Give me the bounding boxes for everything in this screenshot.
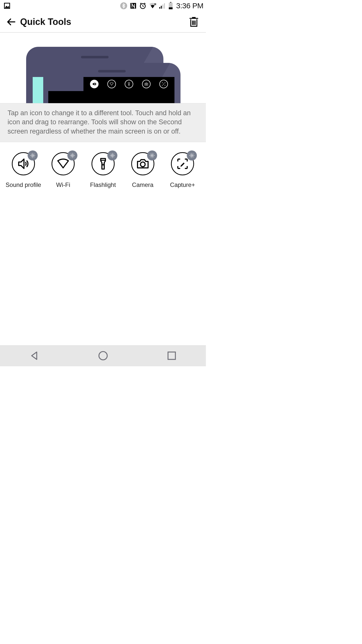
preview-capture-plus-icon [159,80,168,88]
gear-icon [30,153,35,158]
bluetooth-icon [120,2,127,10]
nav-back-button[interactable] [19,348,50,363]
tool-wifi[interactable]: Wi-Fi [44,152,82,188]
svg-point-12 [146,84,147,85]
navigation-bar [0,345,206,366]
tool-label: Camera [132,181,153,188]
tool-settings-badge[interactable] [67,150,77,160]
status-time: 3:36 PM [176,2,203,10]
svg-rect-5 [161,6,162,9]
svg-point-21 [99,352,107,360]
tool-settings-badge[interactable] [187,150,197,160]
tool-settings-badge[interactable] [107,150,117,160]
gear-icon [110,153,115,158]
nav-home-icon [98,350,109,361]
nav-recents-button[interactable] [157,348,187,363]
gear-icon [149,153,155,158]
svg-rect-8 [170,2,171,3]
svg-point-17 [111,155,113,156]
signal-icon [159,2,166,10]
preview-camera-icon [142,80,151,88]
screenshot-icon [4,2,11,9]
svg-rect-6 [162,5,163,9]
tool-capture-plus[interactable]: Capture+ [164,152,201,188]
svg-rect-10 [169,7,172,9]
tool-label: Capture+ [170,181,195,188]
battery-icon [168,2,173,10]
nav-home-button[interactable] [88,348,118,363]
status-bar: 3:36 PM [0,0,206,12]
gear-icon [189,153,195,158]
nav-back-icon [29,350,40,361]
preview-illustration [0,33,206,103]
tool-label: Wi-Fi [56,181,70,188]
app-bar: Quick Tools [0,12,206,33]
tool-label: Flashlight [90,181,116,188]
tool-camera[interactable]: Camera [124,152,162,188]
wifi-icon [56,157,70,171]
alarm-icon [139,2,147,10]
flashlight-icon [96,157,110,171]
second-screen-preview [83,77,174,91]
trash-icon [189,16,199,28]
svg-point-19 [151,155,153,156]
tool-settings-badge[interactable] [28,150,38,160]
tool-flashlight[interactable]: Flashlight [84,152,122,188]
svg-rect-22 [168,352,175,359]
svg-point-13 [32,155,33,156]
svg-point-14 [72,155,73,156]
page-title: Quick Tools [20,17,71,27]
svg-rect-4 [159,7,160,9]
svg-point-20 [191,155,193,156]
arrow-left-icon [6,17,16,27]
preview-sound-icon [90,80,99,88]
wifi-status-icon [149,2,157,10]
instruction-text: Tap an icon to change it to a different … [0,103,206,142]
back-button[interactable] [6,16,18,28]
nfc-icon [129,2,137,10]
delete-button[interactable] [188,16,200,28]
gear-icon [70,153,75,158]
tool-sound-profile[interactable]: Sound profile [5,152,42,188]
tool-settings-badge[interactable] [147,150,157,160]
tools-grid: Sound profile Wi-Fi Flashlight Camera [0,142,206,188]
sound-icon [16,157,30,171]
nav-recents-icon [166,350,177,361]
capture-plus-icon [175,157,190,171]
tool-label: Sound profile [6,181,41,188]
svg-point-18 [140,162,145,167]
camera-icon [136,157,150,171]
preview-flashlight-icon [125,80,133,88]
svg-rect-7 [164,3,165,9]
preview-wifi-icon [107,80,116,88]
